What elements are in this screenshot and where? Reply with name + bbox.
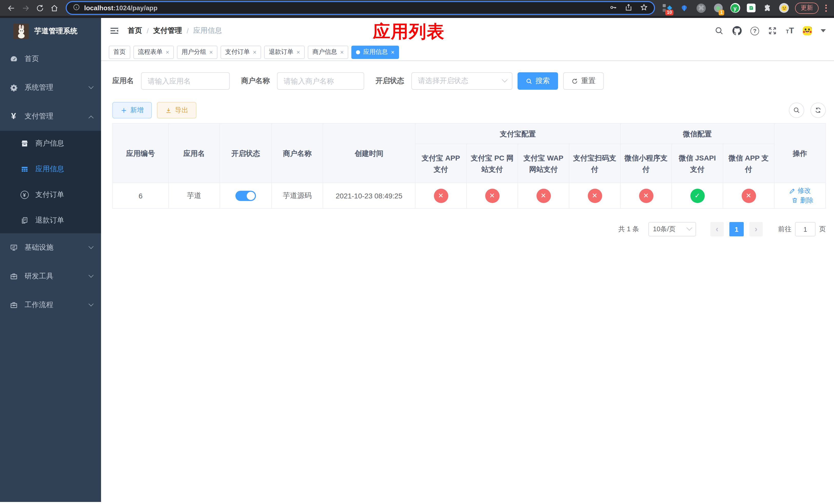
sidebar-collapse-icon[interactable] [109, 26, 119, 36]
close-icon[interactable]: × [166, 49, 169, 55]
delete-link[interactable]: 删除 [791, 196, 813, 205]
tab-merchant-info[interactable]: 商户信息 × [308, 45, 348, 59]
add-button[interactable]: 新增 [112, 102, 152, 118]
search-button-label: 搜索 [535, 76, 550, 86]
col-header-created: 创建时间 [323, 123, 415, 183]
sidebar-item-payment[interactable]: ¥ 支付管理 [0, 102, 101, 131]
search-icon [526, 78, 532, 84]
app-title: 芋道管理系统 [35, 27, 78, 36]
sidebar-item-devtools[interactable]: 研发工具 [0, 262, 101, 291]
cell-wx-jsapi: ✓ [672, 183, 723, 208]
export-button[interactable]: 导出 [157, 102, 196, 118]
prev-page-button[interactable]: ‹ [710, 222, 724, 236]
search-icon[interactable] [715, 26, 724, 36]
extension-badge-count: 1 [719, 9, 724, 15]
github-icon[interactable] [732, 26, 742, 36]
extension-command-icon[interactable] [696, 3, 706, 13]
close-icon[interactable]: × [391, 49, 394, 55]
browser-update-button[interactable]: 更新 [795, 2, 819, 14]
disabled-status-icon: ✕ [434, 188, 448, 203]
extensions-puzzle-icon[interactable] [762, 3, 772, 13]
browser-home-icon[interactable] [47, 1, 62, 15]
extension-recorder-icon[interactable]: 1 [713, 3, 723, 13]
current-page-button[interactable]: 1 [729, 222, 744, 236]
sidebar-item-app-info[interactable]: 应用信息 [0, 156, 101, 182]
col-header-alipay-wap: 支付宝 WAP 网站支付 [518, 144, 569, 183]
cell-alipay-wap: ✕ [518, 183, 569, 208]
show-search-button[interactable] [789, 102, 804, 118]
site-info-icon[interactable] [73, 4, 80, 12]
extension-balloon-icon[interactable] [679, 3, 689, 13]
url-path: :1024/pay/app [113, 4, 157, 12]
extension-suspender-icon[interactable]: 10 [662, 3, 673, 13]
tab-home[interactable]: 首页 [109, 45, 130, 59]
tab-label: 支付订单 [225, 48, 250, 56]
reset-button[interactable]: 重置 [563, 72, 604, 90]
goto-suffix-label: 页 [819, 225, 826, 234]
edit-link[interactable]: 修改 [789, 186, 811, 196]
app-logo[interactable]: 芋道管理系统 [0, 18, 101, 45]
close-icon[interactable]: × [253, 49, 257, 55]
next-page-button[interactable]: › [749, 222, 763, 236]
sidebar-item-label: 工作流程 [25, 300, 53, 310]
tab-label: 商户信息 [312, 48, 337, 56]
sidebar-item-system[interactable]: 系统管理 [0, 73, 101, 102]
download-icon [165, 107, 172, 114]
password-key-icon[interactable] [609, 3, 617, 13]
page-size-select[interactable]: 10条/页 [648, 222, 696, 236]
browser-reload-icon[interactable] [33, 1, 47, 15]
app-name-input[interactable] [141, 72, 230, 90]
extension-emoji-icon[interactable] [779, 3, 789, 13]
close-icon[interactable]: × [297, 49, 300, 55]
browser-forward-icon[interactable] [19, 1, 33, 15]
merchant-name-input[interactable] [277, 72, 364, 90]
help-icon[interactable] [750, 26, 759, 35]
reset-button-label: 重置 [581, 76, 595, 86]
search-button[interactable]: 搜索 [518, 72, 558, 90]
font-size-icon[interactable] [786, 27, 794, 35]
group-header-wechat: 微信配置 [620, 123, 774, 144]
tab-label: 应用信息 [363, 48, 388, 56]
close-icon[interactable]: × [340, 49, 344, 55]
extension-yudao-icon[interactable] [730, 3, 740, 13]
breadcrumb-current: 应用信息 [193, 26, 222, 36]
breadcrumb-payment[interactable]: 支付管理 [153, 26, 182, 36]
tab-process-form[interactable]: 流程表单 × [133, 45, 174, 59]
browser-menu-icon[interactable] [823, 2, 829, 14]
tab-pay-order[interactable]: 支付订单 × [221, 45, 261, 59]
chevron-down-icon [88, 244, 94, 249]
bookmark-star-icon[interactable] [640, 3, 648, 13]
sidebar-item-merchant-info[interactable]: 商户信息 [0, 131, 101, 156]
update-label: 更新 [801, 4, 813, 12]
close-icon[interactable]: × [209, 49, 213, 55]
sidebar-item-infra[interactable]: 基础设施 [0, 233, 101, 262]
document-icon [20, 216, 29, 225]
tab-user-group[interactable]: 用户分组 × [177, 45, 218, 59]
navbar-actions [715, 26, 826, 36]
sidebar-item-home[interactable]: 首页 [0, 45, 101, 73]
sidebar-item-workflow[interactable]: 工作流程 [0, 291, 101, 319]
share-icon[interactable] [625, 3, 632, 13]
status-toggle-on[interactable] [236, 190, 256, 201]
goto-page-group: 前往 页 [778, 222, 826, 236]
tab-refund-order[interactable]: 退款订单 × [264, 45, 305, 59]
sidebar-item-refund-order[interactable]: 退款订单 [0, 208, 101, 233]
sidebar-item-pay-order[interactable]: ¥ 支付订单 [0, 182, 101, 208]
tab-app-info[interactable]: 应用信息 × [351, 45, 399, 59]
refresh-table-button[interactable] [810, 102, 826, 118]
breadcrumb-home[interactable]: 首页 [128, 26, 142, 36]
user-avatar[interactable] [803, 26, 812, 36]
address-bar[interactable]: localhost:1024/pay/app [66, 1, 655, 15]
status-select[interactable]: 请选择开启状态 [411, 72, 512, 90]
fullscreen-icon[interactable] [768, 26, 777, 36]
chevron-down-icon [88, 301, 94, 306]
extension-notes-icon[interactable] [747, 4, 755, 12]
col-header-alipay-app: 支付宝 APP 支付 [415, 144, 466, 183]
cell-wx-app: ✕ [723, 183, 774, 208]
goto-page-input[interactable] [795, 222, 815, 236]
avatar-caret-down-icon[interactable] [821, 29, 826, 32]
app-name-label: 应用名 [112, 76, 134, 86]
edit-pen-icon [789, 187, 795, 194]
col-header-alipay-pc: 支付宝 PC 网站支付 [466, 144, 518, 183]
browser-back-icon[interactable] [4, 1, 19, 15]
